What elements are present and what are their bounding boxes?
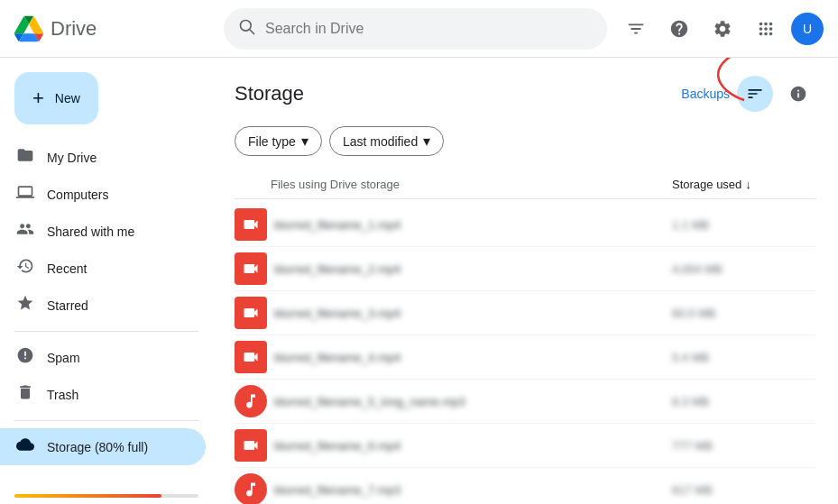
file-name: blurred_filename_6.mp4 — [274, 439, 672, 453]
sidebar-item-computers[interactable]: Computers — [0, 176, 206, 213]
file-size: 777 MB — [672, 439, 816, 453]
video-file-icon — [235, 252, 267, 285]
logo-area: Drive — [14, 14, 213, 43]
plus-icon: + — [32, 87, 44, 110]
filter-options-button[interactable] — [618, 11, 654, 47]
sidebar-item-spam-label: Spam — [47, 351, 80, 365]
filter-row: File type ▾ Last modified ▾ — [235, 126, 816, 156]
cloud-icon — [14, 435, 36, 458]
file-type-filter[interactable]: File type ▾ — [235, 126, 322, 156]
last-modified-filter[interactable]: Last modified ▾ — [329, 126, 444, 156]
people-icon — [14, 220, 36, 243]
help-button[interactable] — [661, 11, 697, 47]
storage-bar-fill — [14, 494, 161, 498]
topbar-right: U — [618, 11, 824, 47]
video-file-icon — [235, 341, 267, 373]
table-row[interactable]: blurred_filename_6.mp4 777 MB — [235, 424, 816, 468]
sidebar-item-storage-label: Storage (80% full) — [47, 440, 148, 454]
trash-icon — [14, 383, 36, 406]
sidebar-item-storage[interactable]: Storage (80% full) — [0, 428, 206, 465]
sidebar-item-recent-label: Recent — [47, 261, 87, 276]
sidebar-item-starred-label: Starred — [47, 298, 88, 313]
backups-area: Backups — [681, 87, 730, 101]
sidebar-item-trash[interactable]: Trash — [0, 376, 206, 413]
table-row[interactable]: blurred_filename_3.mp4 60.0 MB — [235, 291, 816, 335]
video-file-icon — [235, 208, 267, 241]
table-row[interactable]: blurred_filename_2.mp4 4,004 MB — [235, 247, 816, 291]
file-type-chevron-icon: ▾ — [301, 133, 308, 150]
sidebar-item-shared-label: Shared with me — [47, 225, 134, 239]
sidebar-divider — [14, 331, 198, 332]
avatar[interactable]: U — [791, 13, 824, 45]
file-list: blurred_filename_1.mp4 1.1 MB blurred_fi… — [235, 203, 816, 504]
sort-filter-button[interactable] — [737, 76, 773, 112]
logo-text: Drive — [51, 17, 97, 41]
audio-file-icon — [235, 385, 267, 417]
new-button[interactable]: + New — [14, 72, 98, 124]
drive-logo-icon — [14, 14, 43, 43]
sidebar: + New My Drive Computers Shared with me — [0, 58, 213, 504]
file-list-header: Files using Drive storage Storage used ↓ — [235, 170, 816, 199]
file-size: 5.4 MB — [672, 351, 816, 364]
file-size: 617 MB — [672, 483, 816, 497]
file-type-label: File type — [248, 134, 296, 149]
file-name: blurred_filename_2.mp4 — [274, 262, 672, 276]
sidebar-item-starred[interactable]: Starred — [0, 287, 206, 324]
clock-icon — [14, 257, 36, 279]
page-header: Storage Backups — [235, 76, 816, 112]
search-icon — [238, 18, 256, 39]
table-row[interactable]: blurred_filename_7.mp3 617 MB — [235, 468, 816, 504]
last-modified-chevron-icon: ▾ — [423, 133, 430, 150]
folder-icon — [14, 146, 36, 169]
file-size: 60.0 MB — [672, 307, 816, 320]
file-name: blurred_filename_5_long_name.mp3 — [274, 395, 672, 408]
content-area: Storage Backups — [213, 58, 838, 504]
column-name-header: Files using Drive storage — [235, 178, 672, 191]
table-row[interactable]: blurred_filename_1.mp4 1.1 MB — [235, 203, 816, 247]
new-button-label: New — [55, 91, 80, 105]
computer-icon — [14, 183, 36, 206]
column-storage-header[interactable]: Storage used ↓ — [672, 178, 816, 191]
storage-section: 80.57 GB of 100 GB used Get more storage — [0, 472, 213, 504]
file-name: blurred_filename_4.mp4 — [274, 351, 672, 364]
file-size: 1.1 MB — [672, 218, 816, 232]
sidebar-item-trash-label: Trash — [47, 388, 78, 402]
search-bar[interactable] — [224, 8, 607, 50]
sort-down-icon: ↓ — [745, 178, 751, 191]
video-file-icon — [235, 429, 267, 462]
table-row[interactable]: blurred_filename_4.mp4 5.4 MB — [235, 335, 816, 380]
backups-link[interactable]: Backups — [681, 87, 730, 101]
sidebar-item-recent[interactable]: Recent — [0, 250, 206, 287]
page-header-actions: Backups — [681, 76, 816, 112]
file-name: blurred_filename_1.mp4 — [274, 218, 672, 232]
spam-icon — [14, 346, 36, 369]
page-title: Storage — [235, 82, 681, 105]
video-file-icon — [235, 297, 267, 329]
apps-button[interactable] — [748, 11, 784, 47]
topbar: Drive U — [0, 0, 838, 58]
sidebar-item-computers-label: Computers — [47, 188, 108, 202]
file-size: 4,004 MB — [672, 262, 816, 276]
file-name: blurred_filename_7.mp3 — [274, 483, 672, 497]
table-row[interactable]: blurred_filename_5_long_name.mp3 8.3 MB — [235, 380, 816, 424]
sidebar-item-shared[interactable]: Shared with me — [0, 213, 206, 250]
file-size: 8.3 MB — [672, 395, 816, 408]
sidebar-item-my-drive-label: My Drive — [47, 151, 97, 165]
settings-button[interactable] — [704, 11, 741, 47]
main-layout: + New My Drive Computers Shared with me — [0, 58, 838, 504]
storage-bar-background — [14, 494, 198, 498]
sidebar-item-spam[interactable]: Spam — [0, 339, 206, 376]
sidebar-item-my-drive[interactable]: My Drive — [0, 139, 206, 176]
last-modified-label: Last modified — [343, 134, 418, 149]
audio-file-icon — [235, 473, 267, 504]
file-name: blurred_filename_3.mp4 — [274, 307, 672, 320]
search-input[interactable] — [265, 21, 593, 37]
sidebar-divider-2 — [14, 420, 198, 421]
star-icon — [14, 294, 36, 316]
info-button[interactable] — [780, 76, 816, 112]
